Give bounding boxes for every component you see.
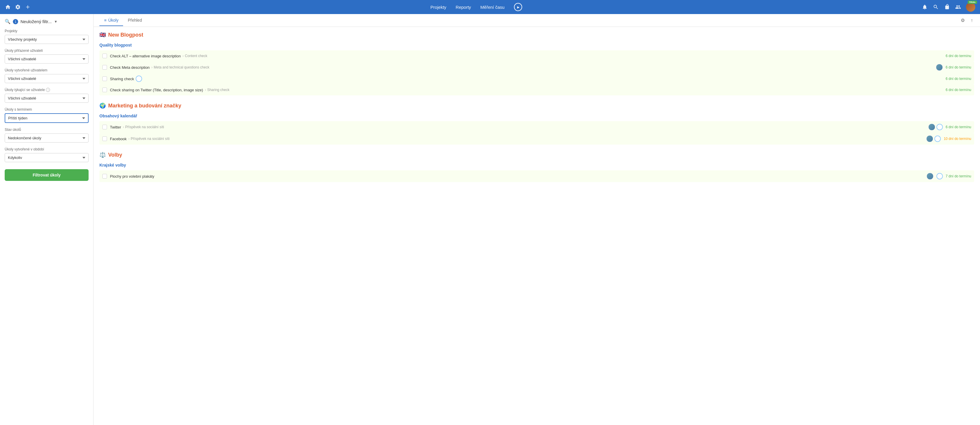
- nav-right: TRIAL: [921, 2, 975, 12]
- nav-projekty[interactable]: Projekty: [430, 5, 446, 10]
- trial-badge: TRIAL: [968, 1, 977, 4]
- deadline-filter-select[interactable]: Příští týden Tento týden Kdykoli: [5, 113, 89, 123]
- list-icon: ≡: [104, 18, 107, 22]
- project-new-blogpost: 🇬🇧 New Blogpost Quality blogpost Check A…: [99, 32, 974, 96]
- chevron-down-icon[interactable]: ▼: [54, 19, 57, 24]
- task-name-wrap: Facebook › Příspěvek na sociální síti: [110, 137, 170, 141]
- task-checkbox[interactable]: [102, 77, 107, 81]
- created-period-filter-group: Úkoly vytvořené v období Kdykoliv Dnes T…: [5, 147, 89, 162]
- task-name-wrap: Sharing check: [110, 75, 142, 82]
- related-user-filter-select[interactable]: Všichni uživatelé: [5, 94, 89, 103]
- tab-ukoly[interactable]: ≡ Úkoly: [99, 15, 123, 26]
- sidebar-title: Neuložený filtr...: [21, 19, 52, 24]
- tabs-actions: ⚙ ↑: [959, 16, 974, 24]
- sub-title-obsahovy-kalendar: Obsahový kalendář: [99, 112, 974, 120]
- task-checkbox[interactable]: [102, 54, 107, 58]
- task-name: Sharing check: [110, 77, 134, 81]
- briefcase-icon[interactable]: [944, 4, 950, 10]
- tabs-bar: ≡ Úkoly Přehled ⚙ ↑: [94, 14, 980, 27]
- nav-mereni[interactable]: Měření času: [480, 5, 504, 10]
- tab-prehled-label: Přehled: [128, 18, 142, 22]
- assigned-user-filter-label: Úkoly přiřazené uživateli: [5, 49, 89, 53]
- table-row: Check sharing on Twitter (Title, descrip…: [99, 84, 974, 96]
- table-row: Facebook › Příspěvek na sociální síti: [99, 133, 974, 145]
- sidebar: 🔍 1 Neuložený filtr... ▼ Projekty Všechn…: [0, 14, 94, 425]
- tab-prehled[interactable]: Přehled: [123, 15, 146, 26]
- info-icon: i: [46, 88, 50, 92]
- task-checkbox[interactable]: [102, 88, 107, 92]
- sub-obsahovy-kalendar: Obsahový kalendář Twitter › Příspěvek na…: [99, 112, 974, 145]
- project-emoji-volby: ⚖️: [99, 152, 106, 158]
- task-name: Check Meta description: [110, 65, 150, 70]
- table-row: Twitter › Příspěvek na sociální síti: [99, 121, 974, 133]
- project-name-volby: Volby: [108, 152, 122, 158]
- projects-filter-label: Projekty: [5, 29, 89, 33]
- task-name: Facebook: [110, 137, 127, 141]
- project-title-marketing: 🌍 Marketing a budování značky: [99, 102, 974, 109]
- project-marketing: 🌍 Marketing a budování značky Obsahový k…: [99, 102, 974, 145]
- task-meta: 7 dní do termínu: [926, 173, 971, 180]
- status-circle[interactable]: [136, 75, 142, 82]
- created-period-filter-label: Úkoly vytvořené v období: [5, 147, 89, 151]
- task-breadcrumb: › Příspěvek na sociální síti: [128, 137, 170, 141]
- due-date: 6 dní do termínu: [946, 54, 971, 58]
- related-user-filter-label: Úkoly týkající se uživatele: [5, 88, 45, 92]
- top-navigation: Projekty Reporty Měření času TRIAL: [0, 0, 980, 14]
- avatar: [928, 123, 935, 131]
- status-filter-group: Stav úkolů Nedokončené úkoly Dokončené ú…: [5, 128, 89, 142]
- task-name-wrap: Check ALT – alternative image descriptio…: [110, 54, 207, 58]
- status-circle[interactable]: [934, 136, 941, 142]
- sidebar-header: 🔍 1 Neuložený filtr... ▼: [5, 19, 89, 24]
- task-meta: 6 dní do termínu: [946, 54, 971, 58]
- project-volby: ⚖️ Volby Krajské volby Plochy pro volebn…: [99, 152, 974, 182]
- search-icon[interactable]: [933, 4, 939, 10]
- users-icon[interactable]: [955, 4, 961, 10]
- play-button[interactable]: [514, 3, 522, 11]
- tab-ukoly-label: Úkoly: [108, 18, 118, 22]
- task-breadcrumb: › Sharing check: [205, 88, 229, 92]
- task-meta: 6 dní do termínu: [946, 88, 971, 92]
- task-checkbox[interactable]: [102, 125, 107, 129]
- projects-filter-select[interactable]: Všechny projekty: [5, 35, 89, 44]
- task-meta: 6 dní do termínu: [928, 123, 971, 131]
- due-date: 10 dní do termínu: [944, 137, 971, 141]
- project-emoji-new-blogpost: 🇬🇧: [99, 32, 106, 38]
- avatar: [936, 64, 943, 71]
- table-row: Check Meta description › Meta and techni…: [99, 61, 974, 73]
- created-user-filter-label: Úkoly vytvořené uživatelem: [5, 68, 89, 72]
- task-breadcrumb: › Content check: [183, 54, 207, 58]
- due-date: 6 dní do termínu: [946, 125, 971, 129]
- task-checkbox[interactable]: [102, 65, 107, 70]
- home-icon[interactable]: [5, 4, 11, 10]
- task-meta: 6 dní do termínu: [936, 64, 971, 71]
- status-filter-select[interactable]: Nedokončené úkoly Dokončené úkoly Všechn…: [5, 133, 89, 142]
- export-icon[interactable]: ↑: [969, 17, 974, 24]
- task-meta: 6 dní do termínu: [946, 77, 971, 81]
- filter-button[interactable]: Filtrovat úkoly: [5, 169, 89, 181]
- due-date: 6 dní do termínu: [946, 77, 971, 81]
- task-meta: 10 dní do termínu: [926, 135, 971, 142]
- task-name: Check sharing on Twitter (Title, descrip…: [110, 88, 203, 92]
- project-emoji-marketing: 🌍: [99, 102, 106, 109]
- assigned-user-filter-select[interactable]: Všichni uživatelé: [5, 54, 89, 64]
- status-circle[interactable]: [936, 173, 943, 179]
- status-filter-label: Stav úkolů: [5, 128, 89, 132]
- status-circle[interactable]: [936, 124, 943, 130]
- filter-badge: 1: [13, 19, 18, 24]
- task-checkbox[interactable]: [102, 136, 107, 141]
- plus-icon[interactable]: [25, 4, 31, 10]
- avatars-group: [926, 135, 931, 142]
- avatars-group: [928, 123, 934, 131]
- task-checkbox[interactable]: [102, 174, 107, 179]
- created-user-filter-select[interactable]: Všichni uživatelé: [5, 74, 89, 83]
- created-period-filter-select[interactable]: Kdykoliv Dnes Tento týden: [5, 153, 89, 162]
- settings-icon[interactable]: ⚙: [959, 16, 966, 24]
- due-date: 6 dní do termínu: [946, 65, 971, 69]
- bell-icon[interactable]: [921, 4, 928, 10]
- gear-icon[interactable]: [14, 4, 21, 10]
- task-name: Check ALT – alternative image descriptio…: [110, 54, 181, 58]
- project-title-new-blogpost: 🇬🇧 New Blogpost: [99, 32, 974, 38]
- avatar: [926, 173, 934, 180]
- nav-reporty[interactable]: Reporty: [456, 5, 471, 10]
- table-row: Sharing check 6 dní do termínu: [99, 73, 974, 84]
